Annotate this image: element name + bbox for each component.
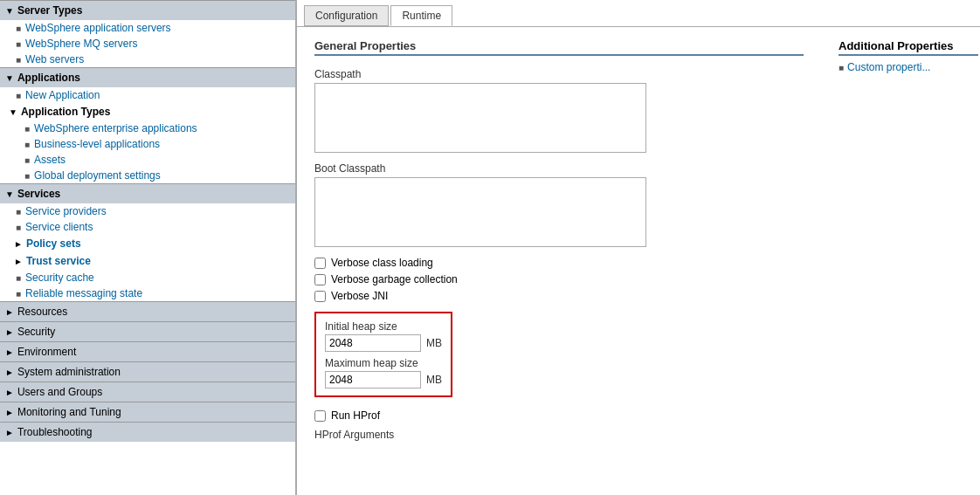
max-heap-unit: MB (426, 374, 442, 386)
expand-icon: ► (5, 327, 14, 337)
verbose-class-loading-row: Verbose class loading (314, 257, 804, 269)
initial-heap-unit: MB (426, 337, 442, 349)
sidebar-item-new-application[interactable]: ■ New Application (0, 87, 295, 103)
sidebar-item-reliable-messaging[interactable]: ■ Reliable messaging state (0, 285, 295, 301)
sidebar-security-label: Security (17, 326, 55, 338)
sidebar-item-websphere-app-servers[interactable]: ■ WebSphere application servers (0, 20, 295, 36)
sidebar-applications-label: Applications (17, 72, 80, 84)
bullet-icon: ■ (16, 207, 21, 217)
run-hprof-label: Run HProf (331, 409, 380, 422)
policy-sets-link[interactable]: Policy sets (26, 237, 81, 250)
expand-icon: ► (5, 408, 14, 417)
sidebar-item-business-level[interactable]: ■ Business-level applications (0, 136, 295, 152)
run-hprof-checkbox[interactable] (314, 410, 326, 422)
sidebar-monitoring-label: Monitoring and Tuning (17, 406, 121, 418)
left-panel: General Properties Classpath Boot Classp… (314, 39, 804, 443)
sidebar-services[interactable]: ▼ Services (0, 183, 295, 203)
content-area: General Properties Classpath Boot Classp… (297, 27, 980, 456)
max-heap-label: Maximum heap size (325, 357, 442, 369)
bullet-icon: ■ (16, 223, 21, 232)
sidebar-item-enterprise-apps[interactable]: ■ WebSphere enterprise applications (0, 120, 295, 136)
tab-runtime-label: Runtime (402, 10, 441, 22)
classpath-textarea[interactable] (314, 83, 646, 153)
enterprise-apps-link[interactable]: WebSphere enterprise applications (34, 122, 197, 134)
sidebar-item-service-clients[interactable]: ■ Service clients (0, 219, 295, 235)
sidebar-item-global-deployment[interactable]: ■ Global deployment settings (0, 168, 295, 183)
global-deployment-link[interactable]: Global deployment settings (34, 169, 161, 182)
verbose-jni-label: Verbose JNI (331, 290, 388, 302)
expand-icon: ▼ (5, 73, 14, 83)
sidebar-system-admin-label: System administration (17, 366, 121, 378)
verbose-jni-checkbox[interactable] (314, 291, 326, 302)
sidebar-resources[interactable]: ► Resources (0, 301, 295, 321)
heap-section: Initial heap size MB Maximum heap size M… (314, 312, 452, 397)
sidebar-users-groups[interactable]: ► Users and Groups (0, 382, 295, 402)
sidebar-users-groups-label: Users and Groups (17, 386, 102, 398)
initial-heap-label: Initial heap size (325, 320, 442, 333)
sidebar-security[interactable]: ► Security (0, 321, 295, 341)
reliable-messaging-link[interactable]: Reliable messaging state (25, 287, 142, 299)
bullet-icon: ■ (24, 155, 30, 165)
sidebar-applications[interactable]: ▼ Applications (0, 67, 295, 87)
sidebar-item-assets[interactable]: ■ Assets (0, 152, 295, 168)
classpath-label: Classpath (314, 68, 804, 80)
bullet-icon: ■ (24, 140, 30, 149)
sidebar-item-websphere-mq-servers[interactable]: ■ WebSphere MQ servers (0, 36, 295, 52)
sidebar-server-types[interactable]: ▼ Server Types (0, 0, 295, 20)
max-heap-row: Maximum heap size MB (325, 357, 442, 388)
bullet-icon: ■ (16, 39, 21, 49)
verbose-class-loading-checkbox[interactable] (314, 258, 326, 269)
trust-service-link[interactable]: Trust service (26, 255, 91, 267)
right-panel: Additional Properties ■ Custom properti.… (839, 39, 978, 443)
security-cache-link[interactable]: Security cache (25, 272, 94, 284)
web-servers-link[interactable]: Web servers (25, 53, 84, 65)
max-heap-input[interactable] (325, 371, 421, 388)
custom-properties-row: ■ Custom properti... (839, 61, 978, 73)
sidebar-policy-sets[interactable]: ► Policy sets (0, 235, 295, 252)
tab-runtime[interactable]: Runtime (390, 5, 452, 26)
business-level-link[interactable]: Business-level applications (34, 138, 160, 150)
sidebar-trust-service[interactable]: ► Trust service (0, 252, 295, 270)
custom-properties-bullet: ■ (839, 63, 844, 72)
websphere-app-servers-link[interactable]: WebSphere application servers (25, 22, 171, 34)
sidebar-item-security-cache[interactable]: ■ Security cache (0, 270, 295, 285)
additional-properties-title: Additional Properties (839, 39, 978, 56)
tab-configuration[interactable]: Configuration (304, 5, 389, 26)
sidebar-item-web-servers[interactable]: ■ Web servers (0, 52, 295, 67)
verbose-garbage-collection-checkbox[interactable] (314, 274, 326, 285)
hprof-arguments-label: HProf Arguments (314, 429, 804, 441)
expand-icon: ► (5, 388, 14, 397)
bullet-icon: ■ (16, 24, 21, 33)
sidebar: ▼ Server Types ■ WebSphere application s… (0, 0, 297, 495)
tab-configuration-label: Configuration (315, 10, 377, 22)
sidebar-resources-label: Resources (17, 306, 67, 318)
boot-classpath-label: Boot Classpath (314, 162, 804, 175)
initial-heap-input-row: MB (325, 334, 442, 352)
assets-link[interactable]: Assets (34, 154, 66, 166)
sidebar-application-types[interactable]: ▼ Application Types (0, 103, 295, 120)
general-properties-title: General Properties (314, 39, 804, 56)
bullet-icon: ■ (16, 273, 21, 283)
expand-icon: ► (5, 428, 14, 437)
sidebar-troubleshooting[interactable]: ► Troubleshooting (0, 422, 295, 442)
boot-classpath-textarea[interactable] (314, 177, 646, 247)
custom-properties-link[interactable]: Custom properti... (847, 61, 930, 73)
expand-icon: ► (14, 239, 23, 249)
sidebar-monitoring[interactable]: ► Monitoring and Tuning (0, 402, 295, 422)
max-heap-input-row: MB (325, 371, 442, 388)
verbose-garbage-collection-row: Verbose garbage collection (314, 273, 804, 285)
bullet-icon: ■ (24, 124, 30, 134)
main-content: Configuration Runtime General Properties… (297, 0, 980, 495)
content-two-col: General Properties Classpath Boot Classp… (314, 39, 963, 443)
new-application-link[interactable]: New Application (25, 89, 100, 101)
bullet-icon: ■ (16, 55, 21, 65)
sidebar-item-service-providers[interactable]: ■ Service providers (0, 203, 295, 219)
initial-heap-input[interactable] (325, 334, 421, 352)
expand-icon: ► (5, 307, 14, 317)
service-providers-link[interactable]: Service providers (25, 205, 107, 217)
sidebar-environment[interactable]: ► Environment (0, 341, 295, 361)
websphere-mq-link[interactable]: WebSphere MQ servers (25, 38, 138, 50)
sidebar-system-admin[interactable]: ► System administration (0, 361, 295, 382)
expand-icon: ► (5, 368, 14, 377)
service-clients-link[interactable]: Service clients (25, 221, 93, 233)
